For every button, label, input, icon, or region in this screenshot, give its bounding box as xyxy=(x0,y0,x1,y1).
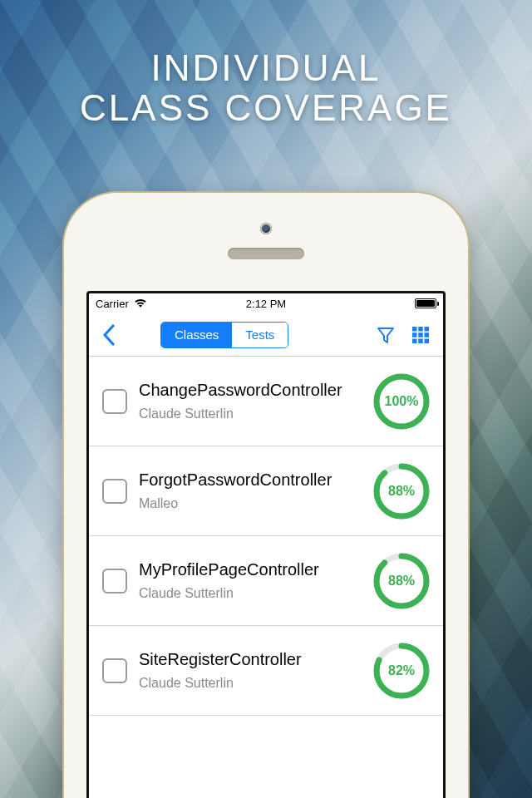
checkbox[interactable] xyxy=(102,389,127,414)
class-title: ChangePasswordController xyxy=(139,381,362,400)
coverage-ring: 82% xyxy=(373,643,430,699)
class-title: MyProfilePageController xyxy=(139,560,362,579)
class-title: ForgotPasswordController xyxy=(139,470,362,490)
nav-bar: Classes Tests xyxy=(89,313,443,357)
chevron-left-icon xyxy=(102,324,116,346)
svg-rect-8 xyxy=(425,338,430,343)
segmented-control: Classes Tests xyxy=(160,322,288,348)
svg-rect-6 xyxy=(412,338,417,343)
list-item[interactable]: MyProfilePageControllerClaude Sutterlin8… xyxy=(89,536,443,626)
headline: INDIVIDUAL CLASS COVERAGE xyxy=(0,48,532,127)
phone-top xyxy=(64,211,468,291)
coverage-percent: 88% xyxy=(373,463,430,520)
class-author: Claude Sutterlin xyxy=(139,676,362,691)
class-author: Claude Sutterlin xyxy=(139,406,362,421)
carrier-label: Carrier xyxy=(96,298,129,310)
checkbox[interactable] xyxy=(102,658,127,683)
phone-camera xyxy=(260,223,272,234)
coverage-ring: 88% xyxy=(373,553,430,609)
svg-rect-2 xyxy=(425,327,430,332)
row-text: ChangePasswordControllerClaude Sutterlin xyxy=(139,381,362,421)
class-author: Malleo xyxy=(139,496,362,511)
list-item[interactable]: ForgotPasswordControllerMalleo88% xyxy=(89,446,443,536)
battery-icon xyxy=(415,298,436,308)
class-list[interactable]: ChangePasswordControllerClaude Sutterlin… xyxy=(89,357,443,716)
coverage-percent: 100% xyxy=(373,373,430,430)
list-item[interactable]: SiteRegisterControllerClaude Sutterlin82… xyxy=(89,626,443,716)
wifi-icon xyxy=(134,298,147,308)
svg-rect-7 xyxy=(418,338,423,343)
class-title: SiteRegisterController xyxy=(139,650,362,669)
app-screen: Carrier 2:12 PM Classes Tests xyxy=(86,291,446,798)
svg-rect-4 xyxy=(418,332,423,337)
checkbox[interactable] xyxy=(102,569,127,594)
svg-rect-5 xyxy=(425,332,430,337)
filter-button[interactable] xyxy=(372,318,400,352)
checkbox[interactable] xyxy=(102,479,127,504)
status-bar: Carrier 2:12 PM xyxy=(89,293,443,313)
row-text: MyProfilePageControllerClaude Sutterlin xyxy=(139,560,362,601)
phone-frame: Carrier 2:12 PM Classes Tests xyxy=(64,193,468,798)
coverage-percent: 88% xyxy=(373,553,430,609)
grid-view-button[interactable] xyxy=(406,318,435,352)
funnel-icon xyxy=(376,325,396,345)
row-text: ForgotPasswordControllerMalleo xyxy=(139,470,362,511)
segment-classes[interactable]: Classes xyxy=(161,323,232,347)
svg-rect-0 xyxy=(412,327,417,332)
back-button[interactable] xyxy=(97,318,121,352)
svg-rect-3 xyxy=(412,332,417,337)
row-text: SiteRegisterControllerClaude Sutterlin xyxy=(139,650,362,691)
svg-rect-1 xyxy=(418,327,423,332)
segment-tests[interactable]: Tests xyxy=(232,323,288,347)
coverage-percent: 82% xyxy=(373,643,430,699)
class-author: Claude Sutterlin xyxy=(139,586,362,601)
grid-icon xyxy=(411,325,431,345)
headline-line1: INDIVIDUAL xyxy=(0,48,532,88)
list-item[interactable]: ChangePasswordControllerClaude Sutterlin… xyxy=(89,357,443,446)
coverage-ring: 100% xyxy=(373,373,430,430)
coverage-ring: 88% xyxy=(373,463,430,520)
clock-label: 2:12 PM xyxy=(246,298,286,310)
headline-line2: CLASS COVERAGE xyxy=(0,88,532,128)
phone-speaker xyxy=(228,248,304,259)
